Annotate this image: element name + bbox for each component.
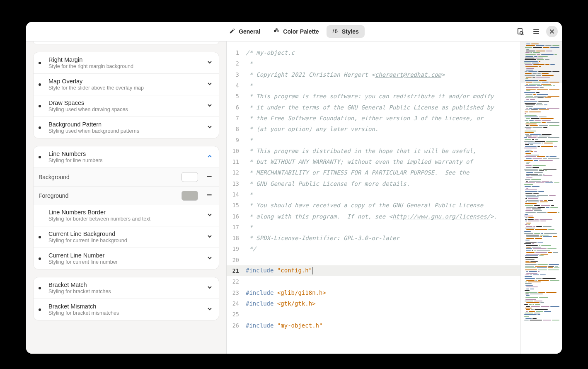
svg-text:{}: {}: [334, 29, 338, 33]
style-row-subtitle: Styling for current line number: [48, 259, 206, 265]
code-line[interactable]: 4 *: [227, 80, 520, 91]
code-line[interactable]: 18 * SPDX-License-Identifier: GPL-3.0-or…: [227, 233, 520, 243]
code-line[interactable]: 1/* my-object.c: [227, 47, 520, 58]
code-line[interactable]: 17 *: [227, 222, 520, 233]
remove-icon[interactable]: [206, 172, 213, 182]
code-line[interactable]: 19 */: [227, 243, 520, 254]
search-in-page-button[interactable]: [515, 26, 526, 37]
color-swatch[interactable]: [181, 191, 198, 201]
style-row[interactable]: Right Margin Style for the right margin …: [34, 52, 219, 73]
style-row-title: Background Pattern: [48, 121, 206, 128]
minimap-line: [523, 189, 559, 191]
minimap-line: [523, 304, 559, 305]
style-row[interactable]: Current Line Background Styling for curr…: [34, 226, 219, 248]
minimap-line: [523, 182, 559, 184]
style-row[interactable]: Draw Spaces Styling used when drawing sp…: [34, 95, 219, 117]
code-line[interactable]: 14 *: [227, 189, 520, 200]
minimap-line: [523, 104, 559, 106]
code-text: * SPDX-License-Identifier: GPL-3.0-or-la…: [242, 235, 399, 241]
line-number: 19: [227, 245, 242, 252]
code-line[interactable]: 16 * along with this program. If not, se…: [227, 211, 520, 221]
code-area[interactable]: 1/* my-object.c2 *3 * Copyright 2021 Chr…: [227, 41, 520, 354]
close-button[interactable]: [546, 26, 558, 37]
minimap-line: [523, 172, 559, 173]
chevron-up-icon: [206, 153, 213, 161]
minimap-line: [523, 282, 559, 283]
style-row[interactable]: Bracket Match Styling for bracket matche…: [34, 277, 219, 299]
style-row[interactable]: Bracket Mismatch Styling for bracket mis…: [34, 299, 219, 320]
minimap-line: [523, 262, 559, 264]
minimap-line: [523, 97, 559, 99]
style-row[interactable]: Current Line Number Styling for current …: [34, 248, 219, 269]
line-number: 18: [227, 235, 242, 241]
tab-label: Styles: [342, 28, 359, 35]
code-line[interactable]: 22: [227, 276, 520, 287]
menu-button[interactable]: [530, 26, 542, 37]
code-line[interactable]: 23#include <glib/gi18n.h>: [227, 287, 520, 298]
code-line[interactable]: 21#include "config.h": [227, 265, 520, 276]
minimap-line: [523, 205, 559, 206]
tab-color-palette[interactable]: Color Palette: [268, 25, 324, 38]
style-row-subtitle: Styling for current line background: [48, 238, 206, 243]
line-number: 10: [227, 148, 242, 154]
code-line[interactable]: 8 * (at your option) any later version.: [227, 124, 520, 134]
minimap-line: [523, 264, 559, 265]
line-number: 15: [227, 202, 242, 209]
tab-general[interactable]: General: [223, 25, 266, 38]
style-row-line-numbers[interactable]: Line Numbers Styling for line numbers: [34, 146, 219, 168]
color-swatch[interactable]: [181, 172, 198, 182]
minimap-line: [523, 285, 559, 286]
minimap-line: [523, 259, 559, 260]
style-row[interactable]: Map Overlay Style for the slider above t…: [34, 73, 219, 95]
minimap-line: [523, 158, 559, 160]
style-row[interactable]: Line Numbers Border Styling for border b…: [34, 205, 219, 226]
code-line[interactable]: 7 * the Free Software Foundation, either…: [227, 113, 520, 124]
code-line[interactable]: 2 *: [227, 58, 520, 69]
minimap-line: [523, 94, 559, 95]
code-line[interactable]: 20: [227, 255, 520, 265]
style-row[interactable]: Background Pattern Styling used when bac…: [34, 117, 219, 138]
line-number: 22: [227, 278, 242, 285]
code-line[interactable]: 26#include "my-object.h": [227, 320, 520, 330]
line-number: 13: [227, 180, 242, 187]
code-line[interactable]: 5 * This program is free software: you c…: [227, 91, 520, 102]
code-line[interactable]: 24#include <gtk/gtk.h>: [227, 298, 520, 309]
minimap-line: [523, 294, 559, 295]
minimap-line: [523, 223, 559, 224]
minimap-viewport[interactable]: [521, 41, 562, 83]
styles-sidebar[interactable]: Right Margin Style for the right margin …: [26, 41, 227, 354]
code-line[interactable]: 9 *: [227, 134, 520, 145]
minimap-line: [523, 184, 559, 185]
minimap-line: [523, 308, 559, 309]
remove-icon[interactable]: [206, 191, 213, 200]
minimap-line: [523, 96, 559, 97]
line-number: 8: [227, 126, 242, 132]
code-text: #include "config.h": [242, 267, 312, 274]
code-line[interactable]: 3 * Copyright 2021 Christian Hergert <ch…: [227, 69, 520, 80]
indicator-dot: [39, 62, 41, 64]
minimap-line: [523, 150, 559, 151]
code-line[interactable]: 15 * You should have received a copy of …: [227, 200, 520, 211]
code-line[interactable]: 6 * it under the terms of the GNU Genera…: [227, 102, 520, 112]
style-row-subtitle: Styling for line numbers: [48, 158, 206, 163]
code-preview: 1/* my-object.c2 *3 * Copyright 2021 Chr…: [227, 41, 520, 354]
chevron-down-icon: [206, 233, 213, 241]
minimap-line: [523, 276, 559, 277]
minimap-line: [523, 245, 559, 246]
minimap[interactable]: [520, 41, 562, 354]
code-line[interactable]: 25: [227, 309, 520, 320]
tab-styles[interactable]: ƒ{} Styles: [327, 25, 365, 38]
code-line[interactable]: 13 * GNU General Public License for more…: [227, 178, 520, 189]
minimap-line: [523, 181, 559, 182]
code-line[interactable]: 10 * This program is distributed in the …: [227, 146, 520, 156]
minimap-line: [523, 221, 559, 222]
code-line[interactable]: 11 * but WITHOUT ANY WARRANTY; without e…: [227, 156, 520, 167]
minimap-line: [523, 235, 559, 236]
minimap-line: [523, 247, 559, 248]
minimap-line: [523, 148, 559, 149]
line-number: 9: [227, 137, 242, 143]
line-number: 20: [227, 257, 242, 263]
style-property-row: Foreground: [34, 186, 219, 205]
code-line[interactable]: 12 * MERCHANTABILITY or FITNESS FOR A PA…: [227, 167, 520, 178]
line-number: 3: [227, 71, 242, 78]
